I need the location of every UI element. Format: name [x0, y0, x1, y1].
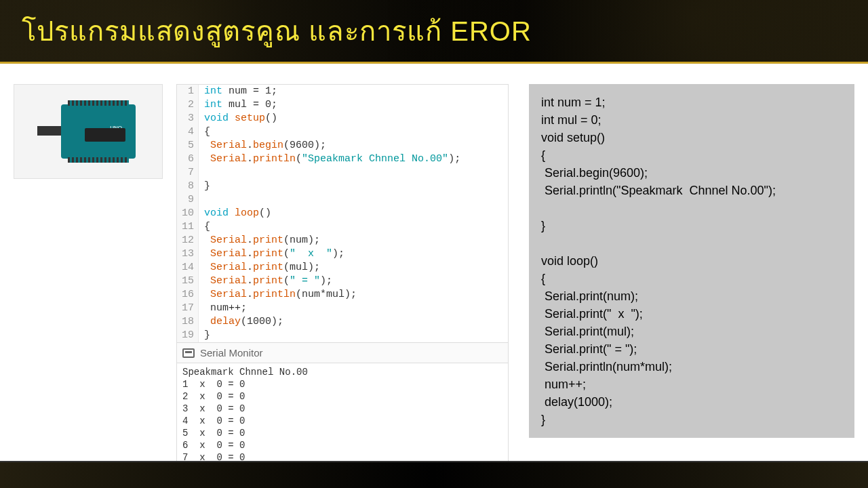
line-code: Serial.print(num);: [199, 234, 320, 247]
line-code: num++;: [199, 302, 247, 315]
arduino-illustration: UNO: [14, 84, 163, 179]
code-line: 5 Serial.begin(9600);: [177, 139, 508, 152]
code-editor[interactable]: 1int num = 1;2int mul = 0;3void setup()4…: [176, 84, 509, 343]
line-code: Serial.print(" x ");: [199, 247, 344, 261]
serial-output: Speakmark Chnnel No.00 1 x 0 = 0 2 x 0 =…: [176, 363, 509, 467]
code-line: 3void setup(): [177, 112, 508, 125]
line-code: void setup(): [199, 112, 277, 125]
code-line: 9: [177, 193, 508, 207]
line-code: }: [199, 180, 210, 193]
line-code: delay(1000);: [199, 315, 283, 329]
code-line: 12 Serial.print(num);: [177, 234, 508, 247]
slide-footer: [0, 461, 868, 488]
serial-monitor-tab[interactable]: Serial Monitor: [176, 343, 509, 363]
line-number: 15: [177, 274, 199, 288]
arduino-board-icon: UNO: [61, 104, 136, 159]
line-code: }: [199, 329, 210, 342]
line-code: {: [199, 220, 210, 234]
code-line: 17 num++;: [177, 302, 508, 315]
line-number: 12: [177, 234, 199, 247]
code-line: 8}: [177, 180, 508, 193]
line-number: 6: [177, 152, 199, 166]
line-number: 13: [177, 247, 199, 261]
code-line: 6 Serial.println("Speakmark Chnnel No.00…: [177, 152, 508, 166]
line-code: {: [199, 125, 210, 139]
line-code: Serial.println(num*mul);: [199, 288, 357, 302]
slide-header: โปรแกรมแสดงสูตรคูณ และการแก้ EROR: [0, 0, 868, 64]
code-line: 16 Serial.println(num*mul);: [177, 288, 508, 302]
code-line: 18 delay(1000);: [177, 315, 508, 329]
code-line: 14 Serial.print(mul);: [177, 261, 508, 274]
line-number: 19: [177, 329, 199, 342]
code-line: 15 Serial.print(" = ");: [177, 274, 508, 288]
editor-column: 1int num = 1;2int mul = 0;3void setup()4…: [176, 84, 509, 457]
line-code: int num = 1;: [199, 85, 277, 98]
line-code: Serial.println("Speakmark Chnnel No.00")…: [199, 152, 460, 166]
line-number: 11: [177, 220, 199, 234]
line-number: 17: [177, 302, 199, 315]
code-line: 10void loop(): [177, 207, 508, 220]
slide-content: UNO 1int num = 1;2int mul = 0;3void setu…: [0, 64, 868, 457]
line-number: 16: [177, 288, 199, 302]
line-number: 1: [177, 85, 199, 98]
text-code-column: int num = 1; int mul = 0; void setup() {…: [515, 84, 854, 457]
code-line: 19}: [177, 329, 508, 342]
code-line: 2int mul = 0;: [177, 98, 508, 112]
line-code: [199, 193, 204, 207]
line-code: Serial.print(" = ");: [199, 274, 332, 288]
line-number: 2: [177, 98, 199, 112]
line-number: 8: [177, 180, 199, 193]
code-line: 11{: [177, 220, 508, 234]
line-number: 10: [177, 207, 199, 220]
line-code: [199, 166, 210, 180]
line-number: 3: [177, 112, 199, 125]
line-code: Serial.print(mul);: [199, 261, 320, 274]
code-line: 7: [177, 166, 508, 180]
chip-icon: [85, 128, 125, 142]
code-text-box: int num = 1; int mul = 0; void setup() {…: [529, 84, 854, 438]
line-number: 14: [177, 261, 199, 274]
line-number: 7: [177, 166, 199, 180]
line-number: 18: [177, 315, 199, 329]
monitor-icon: [182, 348, 195, 358]
line-number: 4: [177, 125, 199, 139]
line-code: int mul = 0;: [199, 98, 277, 112]
code-line: 13 Serial.print(" x ");: [177, 247, 508, 261]
line-number: 9: [177, 193, 199, 207]
code-line: 1int num = 1;: [177, 85, 508, 98]
line-code: Serial.begin(9600);: [199, 139, 326, 152]
code-line: 4{: [177, 125, 508, 139]
line-code: void loop(): [199, 207, 271, 220]
arduino-column: UNO: [14, 84, 170, 457]
line-number: 5: [177, 139, 199, 152]
serial-monitor-label: Serial Monitor: [200, 347, 263, 359]
slide-title: โปรแกรมแสดงสูตรคูณ และการแก้ EROR: [22, 9, 532, 53]
